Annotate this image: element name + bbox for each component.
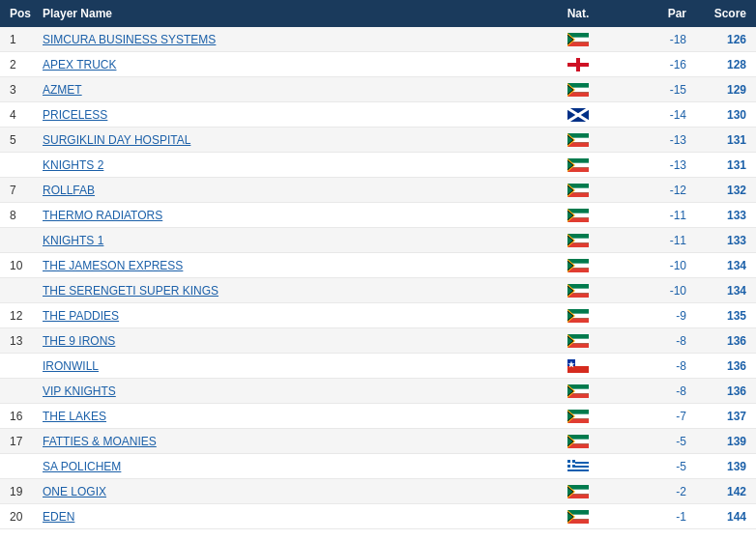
row-pos: 13 [4,334,43,348]
row-score: 133 [694,209,752,222]
row-player-name[interactable]: KNIGHTS 2 [43,158,539,172]
row-par: -5 [617,460,694,473]
table-row: 4 PRICELESS -14 130 [0,102,756,128]
row-par: -11 [617,209,694,222]
row-score: 132 [694,184,752,197]
row-par: -11 [617,234,694,247]
row-par: -10 [617,259,694,272]
table-row: 8 THERMO RADIATORS -11 133 [0,203,756,228]
row-score: 134 [694,259,752,272]
row-nat [539,58,617,71]
row-nat [539,485,617,498]
row-par: -13 [617,133,694,147]
row-par: -14 [617,108,694,122]
row-pos: 3 [4,83,43,97]
row-player-name[interactable]: THE JAMESON EXPRESS [43,259,539,272]
row-par: -15 [617,83,694,97]
row-pos: 17 [4,435,43,448]
row-nat [539,259,617,272]
row-player-name[interactable]: SA POLICHEM [43,460,539,473]
row-nat [539,209,617,222]
row-nat [539,460,617,473]
svg-rect-10 [567,63,589,67]
svg-rect-129 [567,463,575,465]
table-row: 10 THE JAMESON EXPRESS -10 134 [0,253,756,278]
table-row: 7 ROLLFAB -12 132 [0,178,756,203]
svg-rect-126 [567,471,589,473]
table-header: Pos Player Name Nat. Par Score [0,0,756,27]
table-row: 2 APEX TRUCK -16 128 [0,52,756,77]
row-nat [539,108,617,122]
row-player-name[interactable]: ONE LOGIX [43,485,539,498]
row-player-name[interactable]: THE SERENGETI SUPER KINGS [43,284,539,298]
row-nat [539,284,617,298]
row-score: 135 [694,309,752,323]
row-score: 137 [694,410,752,423]
row-score: 139 [694,435,752,448]
row-score: 131 [694,158,752,172]
row-nat [539,133,617,147]
row-pos: 2 [4,58,43,71]
header-par: Par [617,7,694,20]
table-row: SA POLICHEM -5 139 [0,454,756,479]
row-score: 144 [694,510,752,524]
row-par: -1 [617,510,694,524]
row-player-name[interactable]: THERMO RADIATORS [43,209,539,222]
row-par: -8 [617,384,694,398]
row-player-name[interactable]: IRONWILL [43,359,539,373]
row-player-name[interactable]: VIP KNIGHTS [43,384,539,398]
table-row: 17 FATTIES & MOANIES -5 139 [0,429,756,454]
table-row: THE SERENGETI SUPER KINGS -10 134 [0,278,756,303]
row-pos: 20 [4,510,43,524]
row-player-name[interactable]: EDEN [43,510,539,524]
row-score: 128 [694,58,752,71]
row-player-name[interactable]: SIMCURA BUSINESS SYSTEMS [43,33,539,46]
row-nat [539,309,617,323]
header-pos: Pos [4,7,43,20]
row-player-name[interactable]: THE PADDIES [43,309,539,323]
header-score: Score [694,7,752,20]
table-row: 13 THE 9 IRONS -8 136 [0,328,756,354]
row-nat [539,384,617,398]
row-player-name[interactable]: PRICELESS [43,108,539,122]
row-par: -10 [617,284,694,298]
row-player-name[interactable]: SURGIKLIN DAY HOSPITAL [43,133,539,147]
row-par: -16 [617,58,694,71]
row-nat [539,33,617,46]
row-par: -8 [617,359,694,373]
row-nat [539,234,617,247]
table-row: KNIGHTS 1 -11 133 [0,228,756,253]
row-score: 134 [694,284,752,298]
row-score: 136 [694,359,752,373]
row-nat [539,334,617,348]
row-pos: 16 [4,410,43,423]
row-player-name[interactable]: ROLLFAB [43,184,539,197]
row-score: 136 [694,384,752,398]
row-player-name[interactable]: THE 9 IRONS [43,334,539,348]
row-player-name[interactable]: AZMET [43,83,539,97]
row-score: 126 [694,33,752,46]
row-nat [539,410,617,423]
row-par: -8 [617,334,694,348]
table-row: VIP KNIGHTS -8 136 [0,379,756,404]
row-score: 133 [694,234,752,247]
row-nat [539,158,617,172]
row-score: 130 [694,108,752,122]
row-nat [539,359,617,373]
row-nat [539,184,617,197]
row-pos: 7 [4,184,43,197]
row-score: 142 [694,485,752,498]
table-row: 3 AZMET -15 129 [0,77,756,102]
row-score: 129 [694,83,752,97]
table-body: 1 SIMCURA BUSINESS SYSTEMS -18 126 2 APE… [0,27,756,529]
row-nat [539,510,617,524]
leaderboard-table: Pos Player Name Nat. Par Score 1 SIMCURA… [0,0,756,529]
row-player-name[interactable]: THE LAKES [43,410,539,423]
row-player-name[interactable]: FATTIES & MOANIES [43,435,539,448]
row-pos: 8 [4,209,43,222]
row-pos: 12 [4,309,43,323]
row-par: -2 [617,485,694,498]
row-pos: 1 [4,33,43,46]
row-player-name[interactable]: APEX TRUCK [43,58,539,71]
row-player-name[interactable]: KNIGHTS 1 [43,234,539,247]
